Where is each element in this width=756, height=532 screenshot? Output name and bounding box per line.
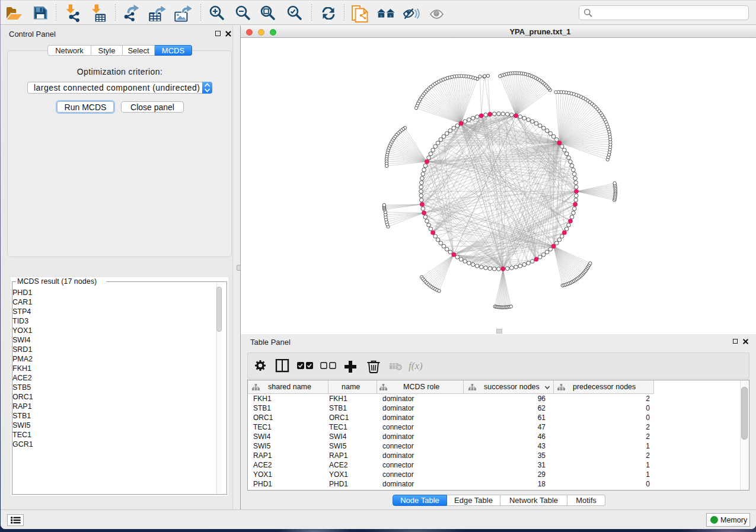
svg-text:f(x): f(x) — [409, 360, 423, 371]
